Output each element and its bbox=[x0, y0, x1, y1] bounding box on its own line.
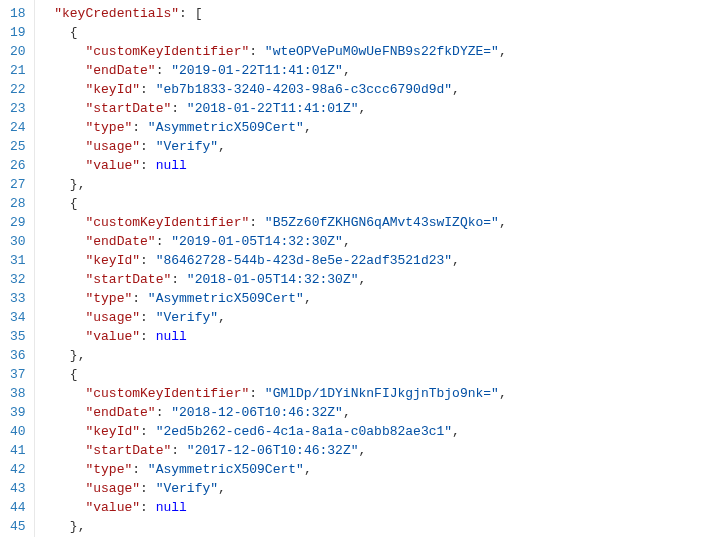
line-number: 31 bbox=[10, 251, 26, 270]
line-number: 23 bbox=[10, 99, 26, 118]
line-number: 33 bbox=[10, 289, 26, 308]
line-number: 18 bbox=[10, 4, 26, 23]
line-number: 44 bbox=[10, 498, 26, 517]
line-number: 41 bbox=[10, 441, 26, 460]
code-line: "usage": "Verify", bbox=[39, 308, 727, 327]
code-area: "keyCredentials": [ { "customKeyIdentifi… bbox=[35, 0, 727, 537]
code-line: "customKeyIdentifier": "wteOPVePuM0wUeFN… bbox=[39, 42, 727, 61]
line-number: 22 bbox=[10, 80, 26, 99]
line-number-gutter: 1819202122232425262728293031323334353637… bbox=[0, 0, 35, 537]
code-line: "type": "AsymmetricX509Cert", bbox=[39, 460, 727, 479]
code-line: "endDate": "2019-01-05T14:32:30Z", bbox=[39, 232, 727, 251]
code-line: "keyId": "eb7b1833-3240-4203-98a6-c3ccc6… bbox=[39, 80, 727, 99]
code-line: { bbox=[39, 194, 727, 213]
code-line: "keyId": "86462728-544b-423d-8e5e-22adf3… bbox=[39, 251, 727, 270]
line-number: 36 bbox=[10, 346, 26, 365]
code-line: "customKeyIdentifier": "GMlDp/1DYiNknFIJ… bbox=[39, 384, 727, 403]
line-number: 20 bbox=[10, 42, 26, 61]
line-number: 35 bbox=[10, 327, 26, 346]
line-number: 42 bbox=[10, 460, 26, 479]
code-line: "value": null bbox=[39, 498, 727, 517]
line-number: 43 bbox=[10, 479, 26, 498]
code-line: { bbox=[39, 23, 727, 42]
line-number: 28 bbox=[10, 194, 26, 213]
line-number: 38 bbox=[10, 384, 26, 403]
code-line: "keyId": "2ed5b262-ced6-4c1a-8a1a-c0abb8… bbox=[39, 422, 727, 441]
line-number: 37 bbox=[10, 365, 26, 384]
code-line: "value": null bbox=[39, 327, 727, 346]
line-number: 34 bbox=[10, 308, 26, 327]
code-line: "startDate": "2017-12-06T10:46:32Z", bbox=[39, 441, 727, 460]
line-number: 29 bbox=[10, 213, 26, 232]
code-line: "type": "AsymmetricX509Cert", bbox=[39, 289, 727, 308]
code-line: "usage": "Verify", bbox=[39, 479, 727, 498]
code-line: "type": "AsymmetricX509Cert", bbox=[39, 118, 727, 137]
code-line: }, bbox=[39, 175, 727, 194]
line-number: 21 bbox=[10, 61, 26, 80]
line-number: 30 bbox=[10, 232, 26, 251]
code-line: { bbox=[39, 365, 727, 384]
line-number: 25 bbox=[10, 137, 26, 156]
code-line: "usage": "Verify", bbox=[39, 137, 727, 156]
code-line: "startDate": "2018-01-22T11:41:01Z", bbox=[39, 99, 727, 118]
line-number: 39 bbox=[10, 403, 26, 422]
code-line: "endDate": "2018-12-06T10:46:32Z", bbox=[39, 403, 727, 422]
line-number: 24 bbox=[10, 118, 26, 137]
code-line: "keyCredentials": [ bbox=[39, 4, 727, 23]
line-number: 26 bbox=[10, 156, 26, 175]
code-line: "value": null bbox=[39, 156, 727, 175]
code-line: "endDate": "2019-01-22T11:41:01Z", bbox=[39, 61, 727, 80]
line-number: 27 bbox=[10, 175, 26, 194]
line-number: 45 bbox=[10, 517, 26, 536]
line-number: 40 bbox=[10, 422, 26, 441]
code-line: "startDate": "2018-01-05T14:32:30Z", bbox=[39, 270, 727, 289]
code-line: }, bbox=[39, 346, 727, 365]
code-line: "customKeyIdentifier": "B5Zz60fZKHGN6qAM… bbox=[39, 213, 727, 232]
code-editor: 1819202122232425262728293031323334353637… bbox=[0, 0, 727, 537]
line-number: 32 bbox=[10, 270, 26, 289]
line-number: 19 bbox=[10, 23, 26, 42]
code-line: }, bbox=[39, 517, 727, 536]
